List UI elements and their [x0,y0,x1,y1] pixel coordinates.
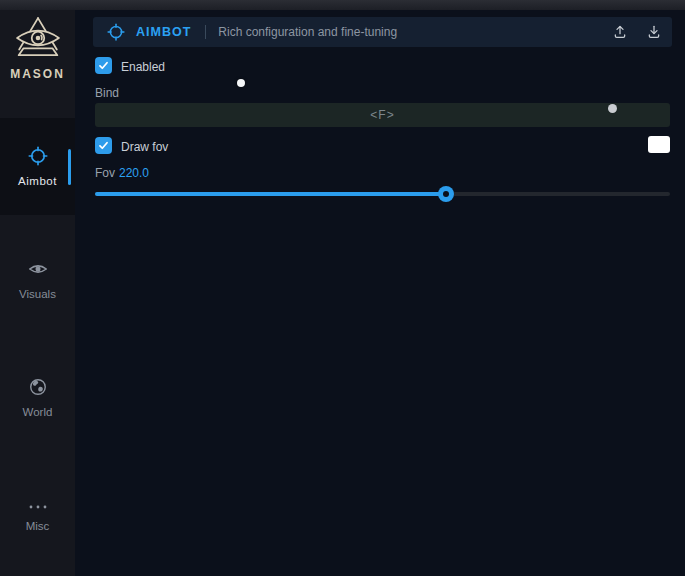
upload-icon[interactable] [612,24,628,40]
page-header: AIMBOT Rich configuration and fine-tunin… [93,17,672,47]
sidebar: MASON Aimbot Visuals [0,10,75,576]
slider-thumb[interactable] [438,186,454,202]
fov-label: Fov [95,166,115,180]
sidebar-item-aimbot[interactable]: Aimbot [0,118,75,215]
sidebar-item-misc[interactable]: Misc [0,494,75,534]
check-icon [98,137,109,155]
sidebar-item-visuals[interactable]: Visuals [0,259,75,299]
bind-value: <F> [370,108,394,122]
crosshair-icon [28,146,48,170]
sidebar-item-world[interactable]: World [0,377,75,417]
draw-fov-checkbox[interactable] [95,137,112,154]
enabled-checkbox[interactable] [95,57,112,74]
brand-name: MASON [10,67,65,81]
main-panel: AIMBOT Rich configuration and fine-tunin… [75,10,685,576]
fov-value: 220.0 [119,166,149,180]
fov-label-row: Fov220.0 [95,166,149,180]
enabled-label: Enabled [121,60,165,74]
page-subtitle: Rich configuration and fine-tuning [218,25,397,39]
mouse-cursor-dot [237,79,245,87]
page-title: AIMBOT [136,25,191,39]
indicator-dot [608,104,617,113]
sidebar-item-label: Misc [26,520,50,532]
fov-slider[interactable] [95,187,670,201]
window-top-strip [0,0,685,10]
bind-input[interactable]: <F> [95,103,670,127]
draw-fov-label: Draw fov [121,140,168,154]
mason-eye-pyramid-icon [12,16,64,66]
slider-fill [95,192,446,196]
brand-logo: MASON [0,16,75,81]
sidebar-item-label: Visuals [19,288,56,300]
fov-color-swatch[interactable] [648,136,670,153]
app-window: MASON Aimbot Visuals [0,0,685,576]
check-icon [98,57,109,75]
bind-label: Bind [95,86,119,100]
download-icon[interactable] [646,24,662,40]
active-indicator [68,149,71,185]
sidebar-item-label: Aimbot [18,175,57,187]
globe-icon [28,377,48,401]
sidebar-item-label: World [23,406,53,418]
header-divider [205,25,206,39]
ellipsis-icon [28,497,48,515]
crosshair-icon [107,23,125,41]
eye-icon [28,259,48,283]
